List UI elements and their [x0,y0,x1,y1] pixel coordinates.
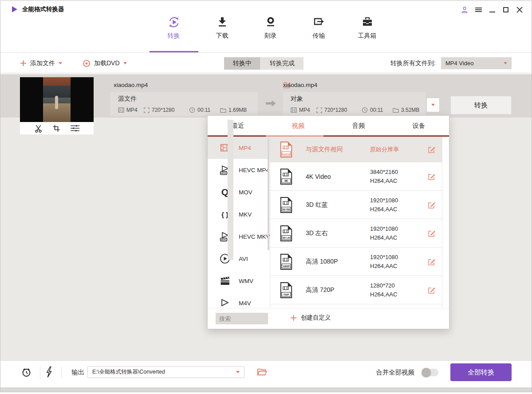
preset-doc-icon: source [278,141,294,158]
format-search-input[interactable] [216,313,268,324]
edit-preset-icon[interactable] [428,258,436,266]
load-dvd-button[interactable]: 加载DVD [83,59,127,67]
preset-same-as-source[interactable]: source 与源文件相同 原始分辨率 [270,137,442,162]
transfer-icon [312,16,326,29]
preset-doc-icon: 720P [278,282,294,299]
convert-all-button[interactable]: 全部转换 [450,363,512,381]
app-logo-icon [11,6,18,13]
edit-preset-icon[interactable] [428,286,436,294]
edit-preset-icon[interactable] [428,201,436,209]
nav-tab-convert[interactable]: 转换 [150,16,198,40]
edit-preset-icon[interactable] [428,229,436,237]
main-nav: 转换 下载 刻录 传输 [150,16,391,40]
source-resolution: 720*1280 [144,107,189,113]
convert-to-select[interactable]: MP4 Video [441,57,512,69]
menu-icon[interactable] [474,6,482,14]
thumbnail-person [55,96,58,109]
preset-doc-icon: 4K [278,168,294,185]
convert-to-label: 转换所有文件到: [390,53,436,73]
preset-4k-video[interactable]: 4K 4K Video 3840*2160H264,AAC [270,162,442,191]
nav-label-convert: 转换 [168,32,180,40]
minimize-button[interactable] [488,6,496,14]
popup-footer: 创建自定义 [208,308,449,328]
open-folder-icon[interactable] [257,368,267,376]
preset-doc-icon: 3D RB [278,197,294,213]
target-format: MP4 [291,107,316,113]
source-filename: xiaodao.mp4 [114,82,148,88]
target-size: 3.52MB [393,107,419,113]
add-file-button[interactable]: 添加文件 [20,59,62,67]
header: 全能格式转换器 转换 下载 [0,1,532,53]
queue-tab-finished[interactable]: 转换完成 [261,57,303,70]
merge-videos-label: 合并全部视频 [376,368,414,377]
folder-icon [393,107,399,113]
trim-scissors-icon[interactable] [34,124,43,133]
window-bottom-strip [0,387,532,392]
caret-down-icon [59,62,62,64]
preset-list: source 与源文件相同 原始分辨率 4K 4K Video 384 [270,137,442,308]
format-list-scrollbar[interactable] [268,138,269,250]
nav-label-burn: 刻录 [264,32,277,40]
queue-tab-converting[interactable]: 转换中 [224,57,260,70]
format-item-mp4[interactable]: MP4 [208,137,270,159]
target-filename: xiaodao.mp4 [283,82,317,88]
convert-icon [167,16,181,29]
format-item-mkv[interactable]: { } MKV [208,203,270,225]
preset-3d-redblue[interactable]: 3D RB 3D 红蓝 1920*1080H264,AAC [270,191,442,219]
caret-down-icon [504,62,507,64]
popup-tab-recent[interactable]: 最近 [208,116,268,135]
nav-tab-toolbox[interactable]: 工具箱 [343,16,391,40]
source-duration: 00:11 [189,107,220,113]
format-item-hevc-mkv[interactable]: HEVC HEVC MKV [208,225,270,248]
format-dropdown-button[interactable] [426,98,440,112]
queue-tabs: 转换中 转换完成 [224,57,303,70]
popup-tab-video[interactable]: 视频 [268,116,328,135]
video-thumbnail[interactable] [20,77,94,122]
format-item-avi[interactable]: AVI [208,248,270,270]
close-button[interactable] [516,6,524,14]
format-item-hevc-mp4[interactable]: HEVC HEVC MP4 [208,159,270,181]
caret-down-icon [236,371,240,373]
format-list: MP4 HEVC HEVC MP4 Q MOV { } [208,137,270,308]
format-picker-popup: 最近 视频 音频 设备 MP4 HEVC HEVC MP4 [207,115,449,329]
popup-tab-device[interactable]: 设备 [389,116,449,135]
convert-button[interactable]: 转换 [450,96,512,114]
create-custom-button[interactable]: 创建自定义 [290,314,331,322]
output-path-select[interactable]: E:\全能格式转换器\Converted [87,366,244,378]
nav-tab-burn[interactable]: 刻录 [246,16,295,40]
preset-list-scrollbar[interactable] [442,137,449,308]
preset-3d-leftright[interactable]: 3D LR 3D 左右 1920*1080H264,AAC [270,219,442,248]
preset-hd-720p[interactable]: 720P 高清 720P 1280*720H264,AAC [270,276,442,304]
svg-text:720P: 720P [283,293,289,296]
format-item-mov[interactable]: Q MOV [208,181,270,203]
edit-preset-icon[interactable] [428,173,436,181]
resolution-icon [144,107,150,113]
window-title: 全能格式转换器 [22,5,64,13]
source-info-card: 源文件 MP4 720*1280 00:11 1.69MB [110,92,258,116]
preset-hd-1080p[interactable]: 1080P 高清 1080P 1920*1080H264,AAC [270,248,442,276]
divider [61,366,62,378]
crop-icon[interactable] [52,124,60,132]
edit-preset-icon[interactable] [428,146,436,154]
account-icon[interactable] [461,6,469,14]
nav-tab-download[interactable]: 下载 [198,16,246,40]
performance-bolt-icon[interactable] [45,366,53,378]
merge-toggle[interactable] [422,369,438,376]
plus-icon [20,60,27,67]
popup-tab-audio[interactable]: 音频 [328,116,389,135]
format-item-wmv[interactable]: WMV [208,270,270,292]
source-format: MP4 [118,107,144,113]
active-tab-indicator [150,51,198,52]
maximize-button[interactable] [502,6,510,14]
effects-sliders-icon[interactable] [70,124,80,132]
plus-icon [290,315,297,321]
schedule-alarm-icon[interactable] [21,366,32,378]
edit-toolbar [20,122,94,134]
format-picker-tabs: 最近 视频 音频 设备 [208,116,449,135]
nav-tab-transfer[interactable]: 传输 [295,16,343,40]
film-icon [118,107,124,113]
svg-text:4K: 4K [284,179,288,182]
clock-icon [362,107,368,113]
format-item-m4v[interactable]: M4V [208,292,270,308]
svg-text:3D LR: 3D LR [283,236,291,239]
